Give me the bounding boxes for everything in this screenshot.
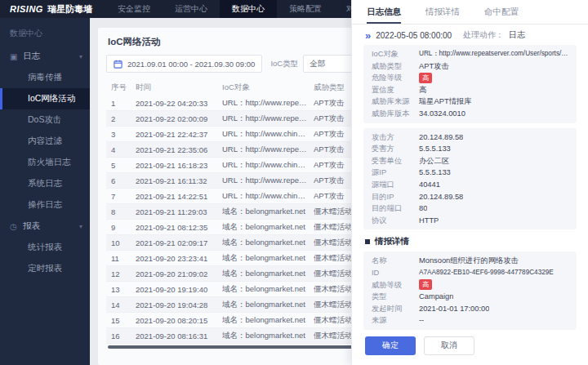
field-value: APT攻击 [419,60,449,73]
cell-time: 2021-09-21 16:11:32 [136,176,222,185]
sidebar-item-label: 操作日志 [28,199,62,211]
field-row: ID A7AA8922-EB10-4EF6-9998-447789C4329E [372,267,568,279]
cell-ioc: URL：http://www.chinahu... [222,160,314,171]
field-row: 类型 Campaign [372,291,568,303]
cell-no: 14 [111,300,136,309]
intel-section-header: 情报详情 [365,236,575,247]
log-meta: » 2022-05-05 08:00:00 处理动作： 日志 [352,24,588,45]
cancel-button[interactable]: 取消 [424,336,474,355]
details-drawer: 日志信息 情报详情 命中配置 » 2022-05-05 08:00:00 处理动… [351,0,588,365]
sidebar-item[interactable]: 统计报表 [0,237,90,258]
field-label: 置信度 [372,84,419,96]
sidebar-item[interactable]: 操作日志 [0,194,90,216]
drawer-actions: 确定 取消 [365,336,575,355]
sidebar-item-label: 病毒传播 [28,72,62,83]
cell-time: 2021-09-21 02:09:17 [136,238,222,247]
sidebar-item-label: 系统日志 [28,178,62,189]
field-value: 20.124.89.58 [419,131,463,144]
cell-no: 8 [111,207,136,216]
sidebar: 数据中心 ▣ 日志 ▾ 病毒传播 IoC网络活动 DoS攻击 [0,18,90,365]
field-value: 高 [419,279,432,290]
calendar-icon [114,60,122,69]
drawer-tabs: 日志信息 情报详情 命中配置 [352,0,588,24]
field-row: 置信度 高 [372,84,568,96]
field-row: 受害方 5.5.5.133 [372,143,568,155]
sidebar-item[interactable]: 定时报表 [0,258,90,279]
sidebar-item-label: 报表 [23,220,40,232]
field-row: 目的端口 80 [372,203,568,215]
sidebar-item[interactable]: 病毒传播 [0,67,90,88]
sidebar-item-label: 内容过滤 [28,136,62,147]
cell-ioc: URL：http://www.chinahu... [222,129,314,140]
col-no: 序号 [111,82,136,93]
field-row: 威胁类型 APT攻击 [372,60,568,73]
field-label: 类型 [372,291,419,303]
chevron-down-icon: ▾ [79,53,82,60]
nav-item[interactable]: 运营中心 [163,0,220,18]
cell-ioc: URL：http://www.repeats... [222,98,314,109]
field-label: 名称 [372,255,419,267]
field-label: ID [372,267,419,279]
log-info-card: IoC对象 URL：http://www.repeatserver.com/Us… [363,45,577,123]
field-row: 威胁库来源 瑞星APT情报库 [372,96,568,108]
cell-ioc: 域名：belongmarket.net [222,315,314,326]
field-row: 目的IP 20.124.89.58 [372,191,568,203]
sidebar-item[interactable]: 内容过滤 [0,131,90,152]
connection-card: 攻击方 20.124.89.58 受害方 5.5.5.133 受害单位 办公二区… [363,128,577,230]
date-range-picker[interactable]: 2021.09.01 00:00 - 2021.09.30 09:00 [106,55,262,73]
cell-ioc: 域名：belongmarket.net [222,269,314,279]
cell-time: 2021-09-22 04:20:33 [136,99,222,108]
cell-ioc: URL：http://www.repeats... [222,145,314,155]
cell-ioc: URL：http://www.repeats... [222,114,314,124]
sidebar-item[interactable]: ◷ 报表 ▾ [0,216,90,237]
nav-item[interactable]: 策略配置 [277,0,334,18]
nav-item[interactable]: 数据中心 [220,0,277,18]
cell-ioc: URL：http://www.repeats... [222,176,314,186]
field-value: 2021-01-01 17:00:00 [419,303,489,315]
field-label: 威胁类型 [372,60,419,73]
cell-time: 2021-09-20 21:09:02 [136,269,222,278]
sidebar-item[interactable]: 防火墙日志 [0,152,90,173]
drawer-tab[interactable]: 命中配置 [484,0,519,24]
cell-ioc: 域名：belongmarket.net [222,331,314,341]
field-row: 威胁库版本 34.0324.0010 [372,108,568,120]
action-label: 处理动作： [463,29,504,41]
cell-no: 5 [111,161,136,170]
nav-item[interactable]: 安全监控 [105,0,163,18]
sidebar-item-label: 统计报表 [28,242,62,253]
cell-ioc: 域名：belongmarket.net [222,222,314,233]
ok-button[interactable]: 确定 [365,336,416,355]
drawer-tab[interactable]: 情报详情 [425,0,460,24]
field-label: 危险等级 [372,72,419,84]
cell-no: 7 [111,192,136,201]
cell-time: 2021-09-20 19:19:40 [136,285,222,294]
cell-time: 2021-09-20 08:16:31 [136,332,222,341]
cell-ioc: 域名：belongmarket.net [222,284,314,295]
sidebar-item[interactable]: IoC网络活动 [0,88,90,109]
cell-ioc: URL：http://www.chinahu... [222,191,314,202]
sidebar-item[interactable]: 系统日志 [0,173,90,194]
cell-time: 2021-09-21 22:42:37 [136,130,222,139]
sidebar-item[interactable]: DoS攻击 [0,109,90,131]
field-value: 40441 [419,179,440,191]
field-row: 名称 Monsoon组织进行的网络攻击 [372,255,568,267]
field-label: 受害方 [372,143,419,155]
field-row: 发起时间 2021-01-01 17:00:00 [372,303,568,315]
cell-no: 1 [111,99,136,108]
field-row: 攻击方 20.124.89.58 [372,131,568,144]
field-value: 20.124.89.58 [419,191,463,203]
cell-ioc: 域名：belongmarket.net [222,253,314,264]
drawer-tab[interactable]: 日志信息 [367,0,401,24]
field-label: 威胁库来源 [372,96,419,108]
cell-time: 2021-09-21 16:18:23 [136,161,222,170]
field-row: 受害单位 办公二区 [372,155,568,167]
logo-text-cn: 瑞星防毒墙 [47,3,92,16]
field-row: 威胁等级 高 [372,279,568,292]
cell-ioc: 域名：belongmarket.net [222,300,314,310]
cell-time: 2021-09-21 08:12:35 [136,223,222,232]
cell-no: 9 [111,223,136,232]
sidebar-item[interactable]: ▣ 日志 ▾ [0,46,90,67]
cell-time: 2021-09-21 14:22:51 [136,192,222,201]
field-row: IoC对象 URL：http://www.repeatserver.com/Us… [372,48,568,60]
chevron-down-icon: ▾ [79,223,82,230]
